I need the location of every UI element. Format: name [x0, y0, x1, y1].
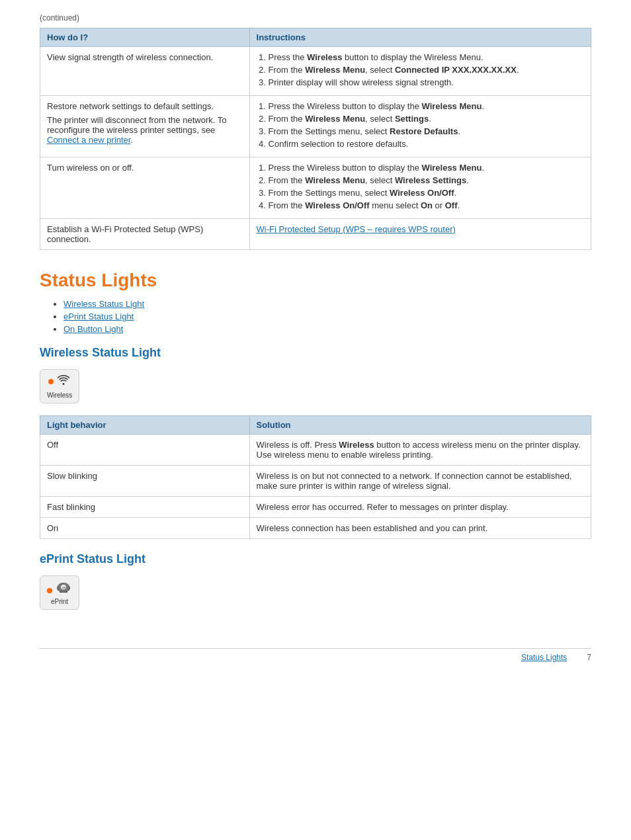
continued-label: (continued)	[40, 13, 591, 22]
light-off-solution: Wireless is off. Press Wireless button t…	[249, 435, 591, 466]
light-col2-header: Solution	[249, 416, 591, 435]
status-lights-title: Status Lights	[40, 270, 591, 291]
wireless-status-light-title: Wireless Status Light	[40, 346, 591, 360]
svg-text:@: @	[62, 586, 66, 591]
light-col1-header: Light behavior	[40, 416, 250, 435]
wifi-icon	[56, 374, 71, 389]
row2-question: Restore network settings to default sett…	[40, 96, 250, 157]
table-row: Establish a Wi-Fi Protected Setup (WPS) …	[40, 219, 591, 250]
eprint-status-light-title: ePrint Status Light	[40, 552, 591, 566]
table-row: Slow blinking Wireless is on but not con…	[40, 466, 591, 497]
footer: Status Lights 7	[40, 648, 591, 662]
light-off-behavior: Off	[40, 435, 250, 466]
eprint-icon: @	[55, 583, 72, 596]
how-do-i-table: How do I? Instructions View signal stren…	[40, 28, 591, 250]
row1-question: View signal strength of wireless connect…	[40, 47, 250, 96]
eprint-dot	[47, 588, 52, 593]
wps-link[interactable]: Wi-Fi Protected Setup (WPS – requires WP…	[257, 224, 456, 234]
wireless-icon-box: Wireless	[40, 369, 79, 403]
wireless-light-table: Light behavior Solution Off Wireless is …	[40, 415, 591, 539]
light-fast-behavior: Fast blinking	[40, 497, 250, 518]
row4-instructions: Wi-Fi Protected Setup (WPS – requires WP…	[249, 219, 591, 250]
row3-question: Turn wireless on or off.	[40, 157, 250, 219]
connect-new-printer-link[interactable]: Connect a new printer	[47, 135, 130, 145]
col2-header: Instructions	[249, 28, 591, 47]
table-row: Turn wireless on or off. Press the Wirel…	[40, 157, 591, 219]
table-row: View signal strength of wireless connect…	[40, 47, 591, 96]
table-row: Fast blinking Wireless error has occurre…	[40, 497, 591, 518]
row1-instructions: Press the Wireless button to display the…	[249, 47, 591, 96]
footer-page-number: 7	[587, 653, 591, 662]
eprint-icon-box: @ ePrint	[40, 575, 79, 610]
eprint-dot-row: @	[47, 580, 72, 597]
on-button-light-link[interactable]: On Button Light	[63, 324, 123, 334]
status-lights-bullet-list: Wireless Status Light ePrint Status Ligh…	[40, 299, 591, 334]
wireless-status-light-link[interactable]: Wireless Status Light	[63, 299, 144, 309]
row3-instructions: Press the Wireless button to display the…	[249, 157, 591, 219]
light-slow-solution: Wireless is on but not connected to a ne…	[249, 466, 591, 497]
light-fast-solution: Wireless error has occurred. Refer to me…	[249, 497, 591, 518]
col1-header: How do I?	[40, 28, 250, 47]
wireless-dot-row	[48, 374, 71, 389]
eprint-status-light-link[interactable]: ePrint Status Light	[63, 312, 134, 321]
table-row: On Wireless connection has been establis…	[40, 518, 591, 539]
light-slow-behavior: Slow blinking	[40, 466, 250, 497]
wireless-icon-label: Wireless	[47, 392, 72, 399]
row4-question: Establish a Wi-Fi Protected Setup (WPS) …	[40, 219, 250, 250]
wireless-dot	[48, 379, 54, 384]
row2-instructions: Press the Wireless button to display the…	[249, 96, 591, 157]
table-row: Restore network settings to default sett…	[40, 96, 591, 157]
footer-section-label: Status Lights	[521, 653, 567, 662]
light-on-solution: Wireless connection has been established…	[249, 518, 591, 539]
table-row: Off Wireless is off. Press Wireless butt…	[40, 435, 591, 466]
light-on-behavior: On	[40, 518, 250, 539]
eprint-icon-label: ePrint	[51, 598, 68, 605]
